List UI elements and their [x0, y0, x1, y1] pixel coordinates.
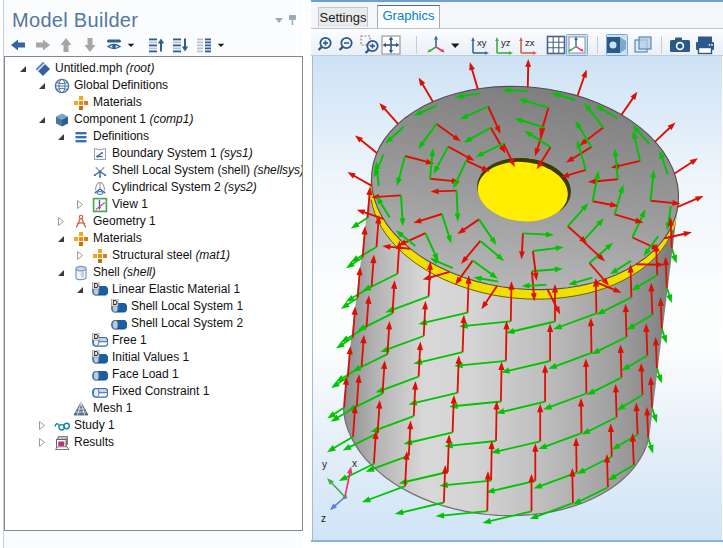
svg-text:z: z — [321, 513, 326, 524]
svg-text:D: D — [113, 299, 118, 306]
svg-text:y: y — [322, 459, 327, 470]
svg-text:D: D — [94, 333, 99, 340]
svg-text:D: D — [94, 282, 99, 289]
svg-text:D: D — [94, 350, 99, 357]
svg-text:x: x — [352, 458, 357, 469]
